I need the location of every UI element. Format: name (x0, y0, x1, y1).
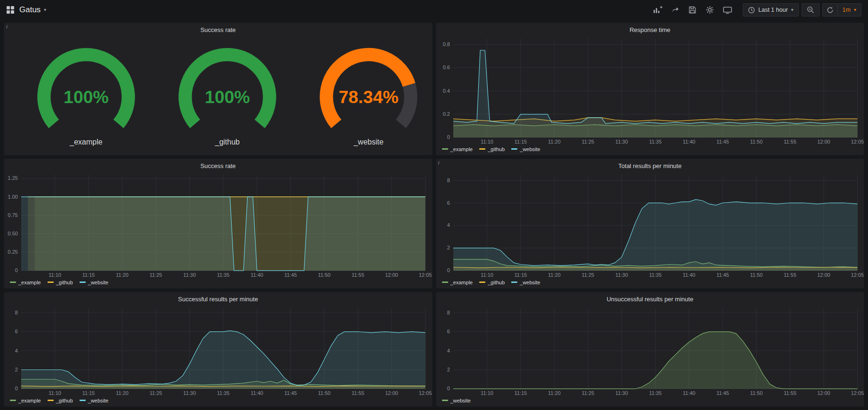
x-tick-label: 11:50 (750, 139, 763, 145)
gauge-arc-example: 100% (16, 44, 157, 138)
panel-info-icon[interactable]: i (438, 160, 440, 165)
panel-title[interactable]: Response time (436, 23, 864, 35)
share-dashboard-button[interactable] (668, 3, 682, 16)
cycle-view-mode-button[interactable] (721, 3, 734, 16)
panel-info-icon[interactable]: i (6, 24, 8, 29)
dashboard-title-dropdown[interactable]: Gatus ▾ (19, 5, 46, 15)
legend-item-github[interactable]: _github (479, 280, 505, 285)
legend: _website (436, 397, 864, 406)
save-dashboard-button[interactable] (686, 3, 699, 16)
legend-item-website[interactable]: _website (442, 398, 471, 403)
refresh-interval-picker[interactable]: 1m ▾ (837, 3, 861, 16)
x-tick-label: 11:15 (514, 272, 527, 278)
panel-title[interactable]: Total results per minute (436, 159, 864, 171)
x-tick-label: 11:50 (750, 272, 763, 278)
unsuccessful-results-chart[interactable]: 0246811:1011:1511:2011:2511:3011:3511:40… (436, 304, 864, 397)
y-tick-label: 2 (447, 367, 450, 372)
legend-item-example[interactable]: _example (442, 280, 473, 285)
panel-success-rate-gauges: i Success rate 100% _example 100% _githu… (4, 23, 433, 155)
x-tick-label: 11:35 (217, 272, 230, 278)
x-tick-label: 11:25 (150, 272, 162, 278)
success-rate-chart[interactable]: 00.250.500.751.001.2511:1011:1511:2011:2… (4, 171, 432, 279)
response-time-chart[interactable]: 00.20.40.60.811:1011:1511:2011:2511:3011… (436, 35, 864, 145)
legend-series-name: _github (488, 280, 505, 285)
panel-title[interactable]: Unsuccessful results per minute (436, 292, 864, 304)
y-tick-label: 0 (447, 267, 450, 273)
x-tick-label: 11:25 (581, 272, 594, 278)
y-tick-label: 4 (447, 222, 450, 228)
x-tick-label: 11:40 (250, 390, 263, 396)
x-tick-label: 11:35 (217, 390, 230, 396)
x-tick-label: 11:50 (750, 390, 763, 396)
x-tick-label: 12:05 (851, 272, 864, 278)
legend-series-name: _example (450, 146, 473, 152)
zoom-out-button[interactable] (802, 3, 820, 16)
chevron-down-icon: ▾ (854, 8, 856, 12)
y-tick-label: 0.6 (442, 64, 450, 70)
apps-grid-icon[interactable] (7, 6, 14, 14)
x-tick-label: 11:20 (116, 272, 129, 278)
add-panel-icon (653, 6, 663, 14)
x-tick-label: 11:30 (183, 272, 196, 278)
legend-color-swatch (48, 400, 54, 401)
x-tick-label: 11:30 (183, 390, 196, 396)
y-tick-label: 6 (15, 329, 18, 334)
x-tick-label: 11:15 (514, 139, 527, 145)
refresh-button[interactable] (822, 3, 837, 16)
x-tick-label: 11:45 (284, 272, 297, 278)
legend-item-github[interactable]: _github (479, 146, 505, 152)
legend-color-swatch (442, 281, 448, 283)
legend-item-example[interactable]: _example (10, 280, 41, 285)
x-tick-label: 11:45 (716, 390, 729, 396)
refresh-interval-label: 1m (843, 7, 851, 13)
y-tick-label: 6 (447, 329, 450, 334)
x-tick-label: 11:40 (250, 272, 263, 278)
x-tick-label: 11:45 (284, 390, 297, 396)
legend-item-website[interactable]: _website (80, 398, 108, 403)
legend-color-swatch (10, 281, 16, 283)
total-results-chart[interactable]: 0246811:1011:1511:2011:2511:3011:3511:40… (436, 171, 864, 279)
y-tick-label: 0 (447, 134, 450, 140)
gear-icon (706, 6, 714, 14)
x-tick-label: 11:40 (683, 139, 695, 145)
panel-title[interactable]: Success rate (4, 159, 432, 171)
panel-total-results: i Total results per minute 0246811:1011:… (436, 159, 865, 289)
x-tick-label: 11:25 (581, 390, 594, 396)
legend-item-example[interactable]: _example (442, 146, 473, 152)
x-tick-label: 11:25 (581, 139, 594, 145)
time-range-picker[interactable]: Last 1 hour ▾ (743, 3, 799, 16)
tv-monitor-icon (723, 6, 732, 14)
x-tick-label: 11:50 (318, 390, 331, 396)
panel-title[interactable]: Success rate (4, 23, 432, 35)
legend-color-swatch (80, 281, 86, 283)
legend: _example_github_website (4, 397, 432, 406)
y-tick-label: 0.25 (8, 249, 18, 255)
x-tick-label: 12:00 (817, 139, 830, 145)
x-tick-label: 11:15 (514, 390, 527, 396)
x-tick-label: 11:10 (48, 390, 61, 396)
panel-title[interactable]: Successful results per minute (4, 292, 432, 304)
time-range-label: Last 1 hour (758, 7, 788, 13)
legend-series-name: _example (18, 398, 41, 403)
panel-unsuccessful-results: Unsuccessful results per minute 0246811:… (436, 292, 865, 407)
legend-item-github[interactable]: _github (48, 398, 73, 403)
legend-item-website[interactable]: _website (80, 280, 108, 285)
successful-results-chart[interactable]: 0246811:1011:1511:2011:2511:3011:3511:40… (4, 304, 432, 397)
legend-color-swatch (479, 148, 485, 150)
x-tick-label: 12:00 (385, 272, 398, 278)
legend-color-swatch (511, 281, 517, 283)
legend-item-website[interactable]: _website (511, 146, 540, 152)
legend-item-github[interactable]: _github (48, 280, 73, 285)
legend-series-name: _website (88, 280, 108, 285)
add-panel-button[interactable] (651, 3, 664, 16)
legend-color-swatch (80, 400, 86, 401)
legend-item-example[interactable]: _example (10, 398, 41, 403)
y-tick-label: 8 (447, 177, 450, 183)
panel-success-rate-timeseries: Success rate 00.250.500.751.001.2511:101… (4, 159, 433, 289)
save-icon (689, 6, 696, 14)
legend-item-website[interactable]: _website (511, 280, 540, 285)
series-fill-website (21, 331, 426, 389)
gauge-label: _website (354, 138, 383, 146)
dashboard-settings-button[interactable] (703, 3, 716, 16)
x-tick-label: 11:10 (48, 272, 61, 278)
